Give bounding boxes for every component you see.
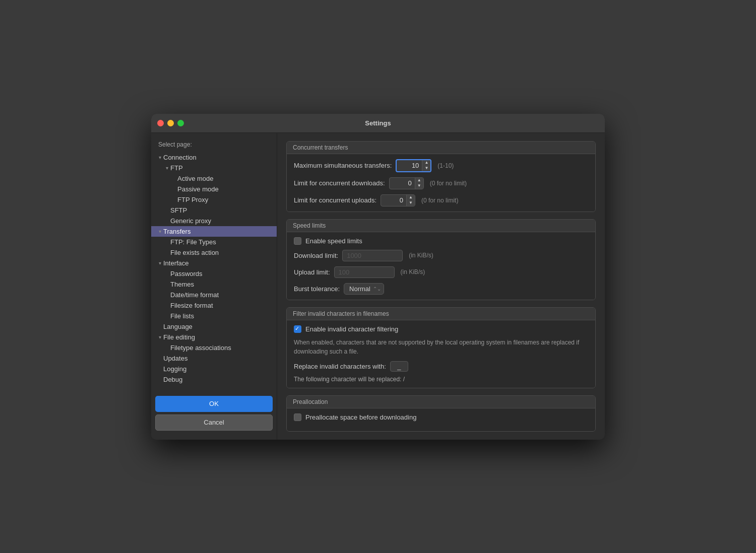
sidebar-item-label: Debug	[163, 376, 182, 383]
download-limit-down[interactable]: ▼	[415, 183, 423, 189]
sidebar-item-themes[interactable]: Themes	[151, 279, 277, 290]
sidebar-item-file-lists[interactable]: File lists	[151, 311, 277, 321]
chevron-icon	[163, 270, 170, 277]
enable-speed-limits-checkbox[interactable]	[294, 237, 301, 245]
replace-chars-row: Replace invalid characters with:	[294, 361, 588, 372]
chevron-icon: ▾	[156, 333, 163, 340]
burst-select-wrap: Normal Low High ⌃⌄	[344, 283, 384, 295]
download-limit-input[interactable]	[390, 178, 415, 189]
upload-speed-row: Upload limit: (in KiB/s)	[294, 266, 588, 278]
enable-speed-limits-label: Enable speed limits	[305, 237, 362, 245]
titlebar: Settings	[151, 114, 605, 133]
upload-speed-input[interactable]	[334, 266, 395, 278]
sidebar-item-logging[interactable]: Logging	[151, 364, 277, 374]
max-transfers-down[interactable]: ▼	[422, 166, 430, 171]
sidebar-item-interface[interactable]: ▾Interface	[151, 258, 277, 268]
sidebar-item-updates[interactable]: Updates	[151, 353, 277, 364]
burst-tolerance-row: Burst tolerance: Normal Low High ⌃⌄	[294, 283, 588, 295]
chevron-icon	[163, 238, 170, 245]
chevron-icon	[163, 249, 170, 256]
chevron-icon	[163, 206, 170, 214]
sidebar-item-sftp[interactable]: SFTP	[151, 205, 277, 216]
chevron-icon	[163, 291, 170, 298]
download-limit-up[interactable]: ▲	[415, 178, 423, 183]
chevron-icon	[163, 281, 170, 288]
sidebar-item-passwords[interactable]: Passwords	[151, 268, 277, 279]
ok-button[interactable]: OK	[155, 396, 273, 412]
sidebar-item-label: Transfers	[163, 228, 191, 235]
sidebar-item-ftp[interactable]: ▾FTP	[151, 163, 277, 173]
max-transfers-label: Maximum simultaneous transfers:	[294, 162, 392, 169]
chevron-icon	[170, 196, 177, 203]
chevron-icon	[163, 312, 170, 319]
chevron-icon: ▾	[163, 164, 170, 171]
enable-filtering-label: Enable invalid character filtering	[305, 325, 398, 333]
preallocation-header: Preallocation	[287, 396, 595, 408]
chevron-icon	[156, 365, 163, 372]
speed-limits-header: Speed limits	[287, 220, 595, 232]
sidebar-item-debug[interactable]: Debug	[151, 374, 277, 385]
upload-limit-up[interactable]: ▲	[407, 195, 415, 200]
sidebar-item-file-editing[interactable]: ▾File editing	[151, 332, 277, 342]
maximize-button[interactable]	[177, 120, 184, 126]
enable-filtering-checkbox[interactable]	[294, 325, 301, 333]
sidebar-item-passive-mode[interactable]: Passive mode	[151, 184, 277, 194]
max-transfers-row: Maximum simultaneous transfers: ▲ ▼ (1-1…	[294, 159, 588, 172]
filter-invalid-section: Filter invalid characters in filenames E…	[286, 307, 596, 388]
upload-limit-hint: (0 for no limit)	[421, 197, 458, 204]
burst-tolerance-label: Burst tolerance:	[294, 285, 340, 293]
sidebar-item-datetime-format[interactable]: Date/time format	[151, 290, 277, 300]
enable-speed-limits-row: Enable speed limits	[294, 237, 588, 245]
chevron-icon	[156, 355, 163, 362]
sidebar-item-transfers[interactable]: ▾Transfers	[151, 226, 277, 237]
enable-filtering-row: Enable invalid character filtering	[294, 325, 588, 333]
cancel-button[interactable]: Cancel	[155, 414, 273, 431]
max-transfers-up[interactable]: ▲	[422, 160, 430, 166]
filter-invalid-header: Filter invalid characters in filenames	[287, 308, 595, 320]
sidebar-footer: OK Cancel	[151, 392, 277, 435]
preallocate-row: Preallocate space before downloading	[294, 413, 588, 421]
chevron-icon	[163, 217, 170, 224]
download-speed-input[interactable]	[342, 250, 403, 261]
chevron-icon: ▾	[156, 154, 163, 161]
sidebar-item-active-mode[interactable]: Active mode	[151, 173, 277, 184]
main-panel: Concurrent transfers Maximum simultaneou…	[277, 133, 605, 440]
max-transfers-input[interactable]	[397, 160, 422, 171]
upload-speed-unit: (in KiB/s)	[401, 268, 425, 275]
settings-window: Settings Select page: ▾Connection▾FTPAct…	[151, 114, 605, 440]
minimize-button[interactable]	[167, 120, 174, 126]
sidebar-item-language[interactable]: Language	[151, 321, 277, 332]
download-speed-row: Download limit: (in KiB/s)	[294, 250, 588, 261]
sidebar-item-connection[interactable]: ▾Connection	[151, 152, 277, 163]
chevron-icon	[170, 175, 177, 182]
upload-limit-label: Limit for concurrent uploads:	[294, 196, 376, 204]
chevron-icon	[163, 344, 170, 351]
preallocate-checkbox[interactable]	[294, 413, 301, 421]
sidebar-item-filesize-format[interactable]: Filesize format	[151, 300, 277, 311]
sidebar-item-label: Updates	[163, 355, 187, 362]
following-label: The following character will be replaced…	[294, 376, 401, 383]
preallocate-label: Preallocate space before downloading	[305, 413, 416, 421]
close-button[interactable]	[157, 120, 164, 126]
max-transfers-input-wrap: ▲ ▼	[396, 159, 431, 172]
sidebar-item-label: Active mode	[177, 175, 214, 182]
sidebar-item-label: Logging	[163, 365, 186, 373]
download-limit-label: Limit for concurrent downloads:	[294, 179, 385, 187]
upload-limit-input-wrap: ▲ ▼	[381, 194, 415, 206]
burst-tolerance-select[interactable]: Normal Low High	[344, 283, 384, 295]
replace-chars-input[interactable]	[390, 361, 408, 372]
sidebar-item-ftp-proxy[interactable]: FTP Proxy	[151, 194, 277, 205]
sidebar-item-generic-proxy[interactable]: Generic proxy	[151, 216, 277, 226]
window-controls	[157, 120, 184, 126]
speed-limits-body: Enable speed limits Download limit: (in …	[287, 232, 595, 300]
download-limit-hint: (0 for no limit)	[430, 180, 467, 187]
preallocation-body: Preallocate space before downloading	[287, 408, 595, 431]
sidebar-item-label: Connection	[163, 154, 197, 161]
sidebar-item-filetype-associations[interactable]: Filetype associations	[151, 342, 277, 353]
sidebar-item-file-exists-action[interactable]: File exists action	[151, 247, 277, 258]
upload-limit-down[interactable]: ▼	[407, 200, 415, 206]
download-speed-label: Download limit:	[294, 252, 338, 259]
sidebar-item-label: File editing	[163, 333, 195, 341]
upload-limit-input[interactable]	[381, 195, 406, 206]
sidebar-item-ftp-file-types[interactable]: FTP: File Types	[151, 237, 277, 247]
